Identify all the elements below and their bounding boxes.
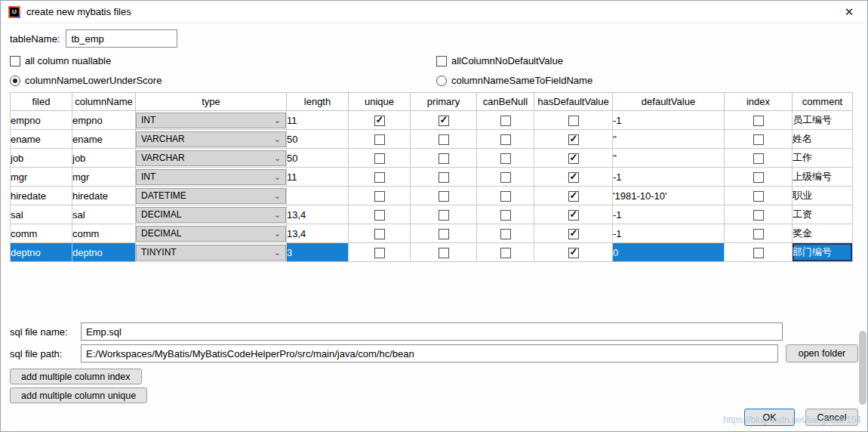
column-name-cell[interactable]: job — [72, 149, 136, 168]
comment-cell[interactable]: 上级编号 — [793, 168, 853, 187]
unique-checkbox[interactable] — [374, 134, 385, 145]
hasDefaultValue-checkbox[interactable] — [568, 116, 579, 126]
canBeNull-checkbox[interactable] — [500, 134, 511, 145]
unique-checkbox[interactable] — [374, 191, 385, 202]
hasDefaultValue-checkbox[interactable] — [568, 210, 579, 221]
index-checkbox[interactable] — [753, 134, 764, 145]
canBeNull-checkbox[interactable] — [500, 229, 511, 239]
canBeNull-checkbox[interactable] — [500, 172, 511, 183]
length-cell[interactable]: 50 — [287, 130, 349, 149]
length-cell[interactable] — [287, 187, 349, 205]
sql-file-path-input[interactable] — [81, 344, 778, 363]
primary-checkbox[interactable] — [439, 134, 449, 145]
all-column-no-default-checkbox[interactable] — [436, 56, 447, 66]
unique-checkbox[interactable] — [374, 248, 385, 258]
filed-cell[interactable]: sal — [11, 205, 72, 224]
default-value-cell[interactable]: -1 — [613, 168, 725, 187]
canBeNull-checkbox[interactable] — [500, 153, 511, 164]
filed-cell[interactable]: hiredate — [11, 187, 72, 205]
table-name-input[interactable] — [66, 29, 177, 48]
add-multiple-column-index-button[interactable]: add multiple column index — [10, 369, 142, 384]
column-name-cell[interactable]: deptno — [72, 243, 136, 262]
column-name-cell[interactable]: comm — [72, 224, 136, 243]
filed-cell[interactable]: comm — [11, 224, 72, 243]
type-dropdown[interactable]: INT⌄ — [136, 113, 286, 128]
default-value-cell[interactable]: 0 — [613, 243, 725, 262]
primary-checkbox[interactable] — [439, 153, 449, 164]
hasDefaultValue-checkbox[interactable] — [568, 134, 579, 145]
type-dropdown[interactable]: DECIMAL⌄ — [136, 226, 286, 242]
type-dropdown[interactable]: TINYINT⌄ — [136, 245, 286, 261]
comment-cell[interactable]: 工作 — [793, 149, 853, 168]
column-name-same-to-field-radio[interactable] — [436, 76, 447, 86]
sql-file-name-input[interactable] — [81, 322, 783, 341]
length-cell[interactable]: 50 — [287, 149, 349, 168]
vertical-scrollbar[interactable] — [859, 331, 866, 405]
length-cell[interactable]: 13,4 — [287, 224, 349, 243]
comment-cell[interactable]: 部门编号 — [793, 243, 853, 262]
index-checkbox[interactable] — [753, 116, 764, 126]
column-name-lower-underscore-radio[interactable] — [10, 76, 20, 86]
default-value-cell[interactable]: -1 — [613, 111, 725, 130]
length-cell[interactable]: 11 — [287, 168, 349, 187]
index-checkbox[interactable] — [753, 248, 764, 258]
filed-cell[interactable]: ename — [11, 130, 72, 149]
column-name-cell[interactable]: empno — [72, 111, 136, 130]
canBeNull-checkbox[interactable] — [500, 116, 511, 126]
default-value-cell[interactable]: '' — [613, 130, 725, 149]
all-column-nullable-checkbox[interactable] — [10, 56, 20, 66]
column-name-cell[interactable]: ename — [72, 130, 136, 149]
unique-checkbox[interactable] — [374, 229, 385, 239]
default-value-cell[interactable]: '' — [613, 149, 725, 168]
comment-cell[interactable]: 员工编号 — [793, 111, 853, 130]
default-value-cell[interactable]: -1 — [613, 205, 725, 224]
type-dropdown[interactable]: VARCHAR⌄ — [136, 150, 286, 166]
type-dropdown[interactable]: DATETIME⌄ — [136, 188, 286, 204]
comment-cell[interactable]: 姓名 — [793, 130, 853, 149]
column-name-cell[interactable]: mgr — [72, 168, 136, 187]
index-checkbox[interactable] — [753, 153, 764, 164]
index-checkbox[interactable] — [753, 191, 764, 202]
type-dropdown[interactable]: DECIMAL⌄ — [136, 207, 286, 223]
hasDefaultValue-checkbox[interactable] — [568, 248, 579, 258]
canBeNull-checkbox[interactable] — [500, 191, 511, 202]
default-value-cell[interactable]: '1981-10-10' — [613, 187, 725, 205]
length-cell[interactable]: 11 — [287, 111, 349, 130]
hasDefaultValue-checkbox[interactable] — [568, 191, 579, 202]
index-checkbox[interactable] — [753, 172, 764, 183]
length-cell[interactable]: 13,4 — [287, 205, 349, 224]
add-multiple-column-unique-button[interactable]: add multiple column unique — [10, 387, 147, 403]
hasDefaultValue-checkbox[interactable] — [568, 172, 579, 183]
primary-checkbox[interactable] — [439, 248, 449, 258]
close-icon[interactable]: ✕ — [839, 5, 860, 19]
comment-cell[interactable]: 职业 — [793, 187, 853, 205]
column-name-lower-underscore-option[interactable]: columnNameLowerUnderScore — [10, 73, 436, 88]
filed-cell[interactable]: job — [11, 149, 72, 168]
primary-checkbox[interactable] — [439, 172, 449, 183]
open-folder-button[interactable]: open folder — [786, 344, 858, 363]
unique-checkbox[interactable] — [374, 116, 385, 126]
unique-checkbox[interactable] — [374, 172, 385, 183]
unique-checkbox[interactable] — [374, 210, 385, 221]
default-value-cell[interactable]: -1 — [613, 224, 725, 243]
all-column-no-default-option[interactable]: allColumnNoDefaultValue — [436, 54, 858, 68]
hasDefaultValue-checkbox[interactable] — [568, 229, 579, 239]
column-name-cell[interactable]: hiredate — [72, 187, 136, 205]
column-name-same-to-field-option[interactable]: columnNameSameToFieldName — [436, 73, 858, 88]
primary-checkbox[interactable] — [439, 229, 449, 239]
cancel-button[interactable]: Cancel — [805, 409, 858, 426]
column-name-cell[interactable]: sal — [72, 205, 136, 224]
type-dropdown[interactable]: VARCHAR⌄ — [136, 131, 286, 147]
canBeNull-checkbox[interactable] — [500, 210, 511, 221]
filed-cell[interactable]: empno — [11, 111, 72, 130]
primary-checkbox[interactable] — [439, 210, 449, 221]
filed-cell[interactable]: deptno — [11, 243, 72, 262]
primary-checkbox[interactable] — [439, 191, 449, 202]
comment-cell[interactable]: 工资 — [793, 205, 853, 224]
hasDefaultValue-checkbox[interactable] — [568, 153, 579, 164]
ok-button[interactable]: OK — [744, 409, 795, 426]
unique-checkbox[interactable] — [374, 153, 385, 164]
all-column-nullable-option[interactable]: all column nuallable — [10, 54, 436, 68]
length-cell[interactable]: 3 — [287, 243, 349, 262]
filed-cell[interactable]: mgr — [11, 168, 72, 187]
